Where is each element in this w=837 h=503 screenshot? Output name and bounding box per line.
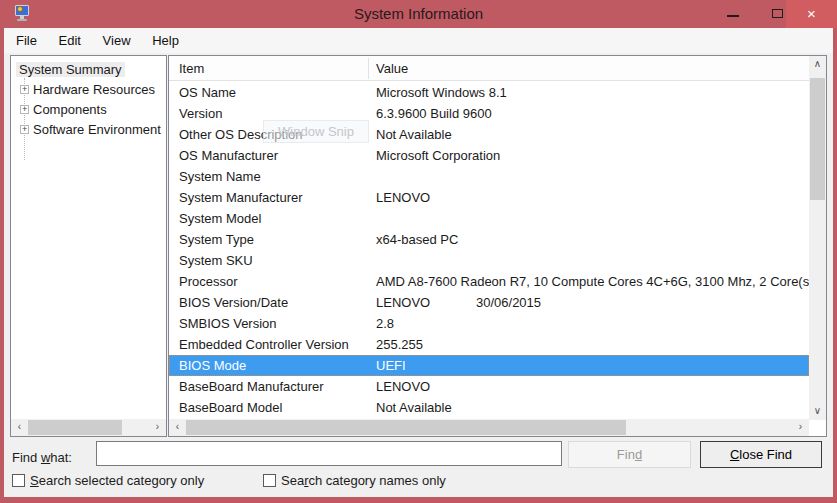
expand-plus-icon[interactable]: + — [20, 85, 29, 94]
row-item-cell: OS Manufacturer — [179, 145, 278, 166]
row-item-cell: System SKU — [179, 250, 253, 271]
row-item-cell: BaseBoard Manufacturer — [179, 376, 324, 397]
find-what-label: Find what: — [12, 446, 72, 470]
title-bar: System Information × — [0, 0, 837, 28]
row-item-cell: SMBIOS Version — [179, 313, 277, 334]
menu-help[interactable]: Help — [143, 28, 188, 53]
checkbox-icon[interactable] — [12, 474, 25, 487]
category-tree-panel: System Summary + Hardware Resources + Co… — [10, 55, 167, 437]
row-value-cell: AMD A8-7600 Radeon R7, 10 Compute Cores … — [376, 271, 809, 292]
column-divider[interactable] — [368, 58, 369, 79]
detail-grid-panel: Item Value OS NameMicrosoft Windows 8.1V… — [168, 55, 827, 437]
table-row[interactable]: OS ManufacturerMicrosoft Corporation — [169, 145, 809, 166]
tree-horizontal-scrollbar[interactable]: ‹ › — [11, 419, 166, 436]
menu-view[interactable]: View — [94, 28, 140, 53]
close-button[interactable]: × — [786, 0, 837, 28]
row-item-cell: Embedded Controller Version — [179, 334, 349, 355]
tree-item-system-summary[interactable]: System Summary — [16, 61, 125, 78]
client-area: File Edit View Help System Summary + Har… — [4, 28, 833, 497]
row-value-cell: LENOVO — [376, 376, 430, 397]
grid-header: Item Value — [169, 56, 809, 81]
row-item-cell: Version — [179, 103, 222, 124]
row-value2-cell: 30/06/2015 — [476, 292, 541, 313]
grid-vertical-scrollbar[interactable]: ∧ ∨ — [809, 56, 826, 420]
table-row[interactable]: BaseBoard ManufacturerLENOVO — [169, 376, 809, 397]
checkbox-icon[interactable] — [263, 474, 276, 487]
tree-item-components[interactable]: + Components — [11, 101, 166, 118]
scroll-up-icon[interactable]: ∧ — [809, 56, 826, 73]
row-value-cell: LENOVO — [376, 187, 430, 208]
table-row[interactable]: BIOS Version/DateLENOVO30/06/2015 — [169, 292, 809, 313]
row-value-cell: Not Available — [376, 124, 452, 145]
scroll-down-icon[interactable]: ∨ — [809, 403, 826, 420]
row-value-cell: 6.3.9600 Build 9600 — [376, 103, 492, 124]
table-row[interactable]: System ManufacturerLENOVO — [169, 187, 809, 208]
minimize-icon — [727, 15, 739, 17]
minimize-button[interactable] — [712, 0, 756, 28]
row-value-cell: UEFI — [376, 355, 406, 376]
row-item-cell: Processor — [179, 271, 238, 292]
row-value-cell: 2.8 — [376, 313, 394, 334]
close-find-button[interactable]: Close Find — [700, 441, 822, 468]
row-item-cell: BIOS Version/Date — [179, 292, 288, 313]
tree-item-hardware-resources[interactable]: + Hardware Resources — [11, 81, 166, 98]
find-button[interactable]: Find — [568, 441, 691, 468]
menu-bar: File Edit View Help — [4, 28, 833, 53]
table-row[interactable]: System Name — [169, 166, 809, 187]
table-row[interactable]: ProcessorAMD A8-7600 Radeon R7, 10 Compu… — [169, 271, 809, 292]
row-value-cell: Microsoft Windows 8.1 — [376, 82, 507, 103]
table-row[interactable]: Embedded Controller Version255.255 — [169, 334, 809, 355]
scroll-right-icon[interactable]: › — [149, 419, 166, 436]
table-row[interactable]: OS NameMicrosoft Windows 8.1 — [169, 82, 809, 103]
system-information-window: System Information × File Edit View Help… — [0, 0, 837, 503]
row-item-cell: System Type — [179, 229, 254, 250]
close-icon: × — [786, 0, 837, 27]
expand-plus-icon[interactable]: + — [20, 125, 29, 134]
table-row[interactable]: BaseBoard ModelNot Available — [169, 397, 809, 418]
scroll-left-icon[interactable]: ‹ — [169, 419, 186, 436]
row-value-cell: x64-based PC — [376, 229, 458, 250]
row-value-cell: LENOVO — [376, 292, 430, 313]
table-row[interactable]: SMBIOS Version2.8 — [169, 313, 809, 334]
maximize-icon — [772, 9, 783, 18]
table-row[interactable]: BIOS ModeUEFI — [169, 355, 809, 376]
search-selected-category-checkbox[interactable]: Search selected category only — [12, 473, 204, 489]
row-item-cell: BIOS Mode — [179, 355, 246, 376]
column-header-item[interactable]: Item — [179, 56, 204, 81]
expand-plus-icon[interactable]: + — [20, 105, 29, 114]
grid-horizontal-scrollbar[interactable]: ‹ › — [169, 419, 809, 436]
menu-edit[interactable]: Edit — [50, 28, 90, 53]
search-category-names-checkbox[interactable]: Search category names only — [263, 473, 446, 489]
table-row[interactable]: System Model — [169, 208, 809, 229]
row-value-cell: Not Available — [376, 397, 452, 418]
find-input[interactable] — [96, 441, 562, 466]
grid-hscroll-thumb[interactable] — [186, 420, 626, 435]
scroll-left-icon[interactable]: ‹ — [11, 419, 28, 436]
scroll-right-icon[interactable]: › — [792, 419, 809, 436]
tree-hscroll-thumb[interactable] — [28, 420, 122, 435]
row-value-cell: 255.255 — [376, 334, 423, 355]
window-snip-ghost-tooltip: Window Snip — [263, 120, 369, 143]
menu-file[interactable]: File — [7, 28, 46, 53]
row-item-cell: System Name — [179, 166, 261, 187]
row-item-cell: BaseBoard Model — [179, 397, 282, 418]
grid-vscroll-thumb[interactable] — [810, 78, 825, 200]
row-item-cell: System Model — [179, 208, 261, 229]
row-value-cell: Microsoft Corporation — [376, 145, 500, 166]
column-header-value[interactable]: Value — [376, 56, 408, 81]
row-item-cell: OS Name — [179, 82, 236, 103]
table-row[interactable]: System SKU — [169, 250, 809, 271]
table-row[interactable]: System Typex64-based PC — [169, 229, 809, 250]
tree-item-software-environment[interactable]: + Software Environment — [11, 121, 166, 138]
row-item-cell: System Manufacturer — [179, 187, 303, 208]
